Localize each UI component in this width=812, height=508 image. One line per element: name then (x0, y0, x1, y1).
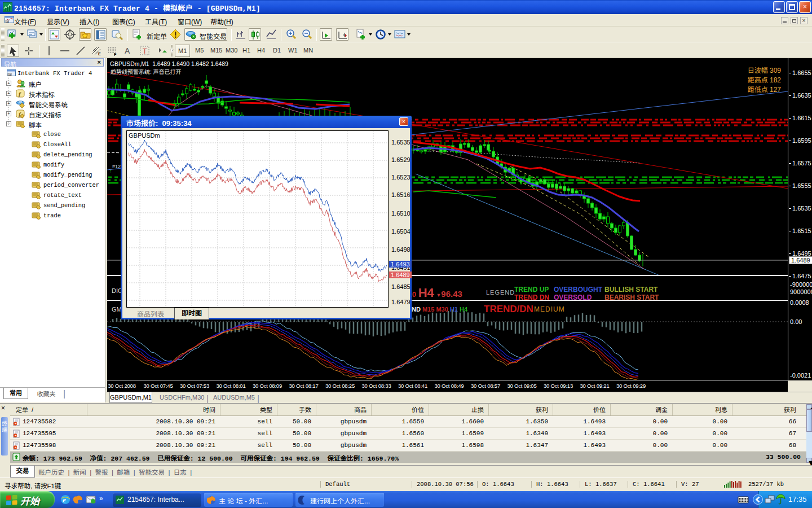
svg-text:e: e (63, 496, 66, 504)
svg-text:E: E (98, 52, 101, 56)
svg-text:VA: VA (6, 20, 9, 23)
svg-text:A: A (125, 46, 130, 55)
svg-text:VA: VA (8, 73, 11, 76)
svg-text:T: T (143, 47, 147, 55)
svg-text:↑: ↑ (109, 169, 112, 174)
svg-text:F: F (114, 52, 117, 56)
